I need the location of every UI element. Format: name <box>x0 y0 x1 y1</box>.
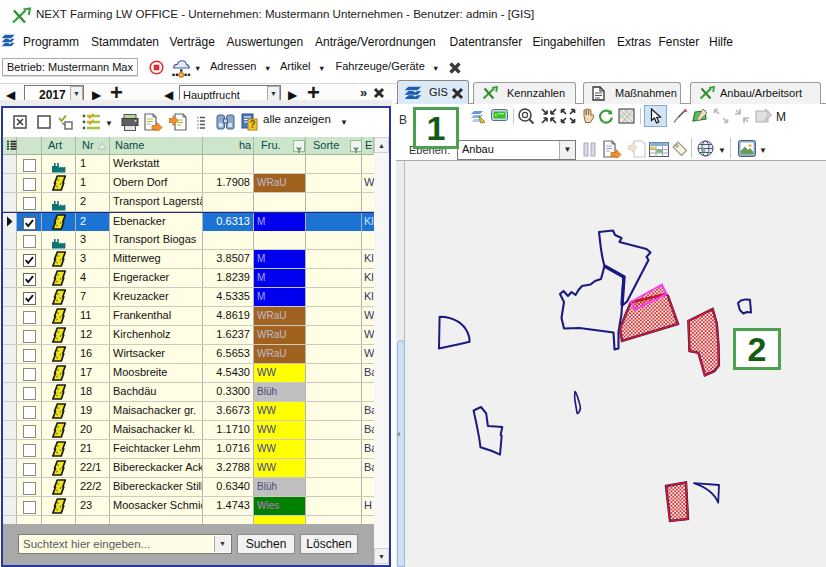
svg-text:?: ? <box>249 119 255 130</box>
